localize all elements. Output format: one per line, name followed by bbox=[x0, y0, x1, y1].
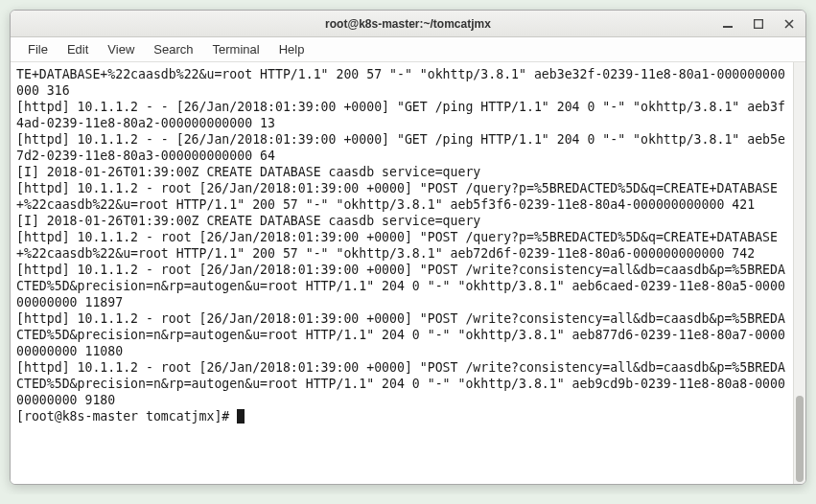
menu-view[interactable]: View bbox=[98, 39, 144, 59]
maximize-icon bbox=[754, 19, 763, 29]
svg-rect-1 bbox=[755, 19, 763, 28]
terminal-area: TE+DATABASE+%22caasdb%22&u=root HTTP/1.1… bbox=[11, 62, 805, 484]
menubar: File Edit View Search Terminal Help bbox=[11, 37, 805, 62]
titlebar: root@k8s-master:~/tomcatjmx bbox=[11, 11, 805, 37]
window-controls bbox=[717, 15, 800, 33]
scrollbar-thumb[interactable] bbox=[796, 396, 804, 482]
menu-search[interactable]: Search bbox=[144, 39, 202, 59]
prompt: [root@k8s-master tomcatjmx]# bbox=[16, 409, 237, 424]
menu-terminal[interactable]: Terminal bbox=[203, 39, 269, 59]
maximize-button[interactable] bbox=[748, 15, 769, 33]
menu-file[interactable]: File bbox=[18, 39, 58, 59]
menu-edit[interactable]: Edit bbox=[58, 39, 98, 59]
menu-help[interactable]: Help bbox=[269, 39, 315, 59]
minimize-button[interactable] bbox=[717, 15, 738, 33]
close-button[interactable] bbox=[779, 15, 800, 33]
close-icon bbox=[784, 19, 794, 29]
window-title: root@k8s-master:~/tomcatjmx bbox=[11, 17, 805, 31]
terminal-output[interactable]: TE+DATABASE+%22caasdb%22&u=root HTTP/1.1… bbox=[11, 62, 793, 484]
cursor bbox=[237, 409, 245, 424]
svg-rect-0 bbox=[723, 26, 733, 28]
minimize-icon bbox=[723, 19, 733, 29]
terminal-window: root@k8s-master:~/tomcatjmx File Edit Vi… bbox=[10, 10, 806, 485]
scrollbar[interactable] bbox=[793, 62, 805, 484]
